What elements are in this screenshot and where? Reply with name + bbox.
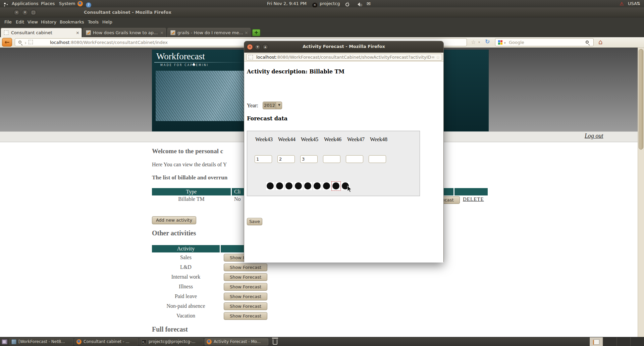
- site-identity-icon[interactable]: [29, 40, 33, 44]
- week44-input[interactable]: [277, 155, 295, 163]
- envelope-icon[interactable]: ✉: [367, 0, 371, 7]
- menu-places[interactable]: Places: [41, 0, 55, 7]
- activity-row-vacation: Vacation: [152, 313, 220, 319]
- window-maximize-button[interactable]: □: [30, 9, 37, 15]
- show-forecast-button-internal-work[interactable]: Show Forecast: [224, 273, 267, 281]
- task-label: Consultant cabinet - ...: [84, 339, 129, 345]
- week45-input[interactable]: [300, 155, 318, 163]
- logout-link[interactable]: Log out: [585, 132, 603, 139]
- ubuntu-logo-icon[interactable]: [4, 3, 6, 4]
- page-scrollbar[interactable]: [638, 48, 644, 337]
- dot-bullet-7[interactable]: [323, 182, 331, 190]
- tab-grails-question-2[interactable]: grails - How do I remove me... ×: [167, 28, 251, 37]
- keyhole-icon[interactable]: [18, 41, 21, 44]
- task-netbeans[interactable]: [WorkForecast - NetB...: [9, 338, 73, 345]
- task-consultant-cabinet[interactable]: Consultant cabinet - ...: [74, 338, 138, 345]
- workspace-1[interactable]: [590, 337, 603, 346]
- menu-history[interactable]: History: [41, 17, 56, 27]
- firefox-launcher-icon[interactable]: [77, 1, 83, 6]
- search-box[interactable]: ▾ Google: [495, 38, 594, 46]
- home-button[interactable]: ⌂: [598, 38, 603, 46]
- menu-file[interactable]: File: [4, 17, 12, 27]
- bookmark-star-icon[interactable]: ☆: [471, 39, 476, 45]
- popup-title: Activity Forecast - Mozilla Firefox: [244, 44, 443, 49]
- save-button[interactable]: Save: [247, 218, 262, 225]
- dot-bullet-5[interactable]: [304, 182, 312, 190]
- back-button[interactable]: ←: [2, 38, 12, 47]
- window-list-icon[interactable]: [2, 339, 7, 344]
- year-label: Year:: [247, 103, 258, 109]
- firefox-titlebar[interactable]: × ▾ □ Consultant cabinet - Mozilla Firef…: [0, 7, 644, 17]
- workspace-4[interactable]: [631, 337, 644, 346]
- workspace-3[interactable]: [617, 337, 631, 346]
- week46-input[interactable]: [323, 155, 340, 163]
- warning-icon[interactable]: ⚠: [620, 0, 624, 7]
- show-forecast-button-non-paid-absence[interactable]: Show Forecast: [224, 302, 267, 310]
- brand-title: Workforecast: [156, 51, 205, 62]
- activity-description-heading: Activity description: Billable TM: [247, 68, 344, 75]
- url-host: localhost: [50, 40, 69, 45]
- tab-close-icon[interactable]: ×: [245, 28, 248, 38]
- new-tab-button[interactable]: +: [252, 29, 260, 36]
- show-forecast-button-illness[interactable]: Show Forecast: [224, 283, 267, 291]
- year-select-value: 2012: [263, 102, 276, 109]
- tab-label: Consultant cabinet: [11, 28, 52, 38]
- task-activity-forecast[interactable]: Activity Forecast - Mo...: [205, 338, 268, 345]
- dot-bullet-2[interactable]: [276, 182, 284, 190]
- top-panel: Applications Places System ? Fri Nov 2, …: [0, 0, 644, 7]
- mouse-cursor: [347, 185, 353, 193]
- menu-tools[interactable]: Tools: [88, 17, 99, 27]
- user-menu[interactable]: projectcg: [320, 0, 340, 7]
- url-dropdown-icon[interactable]: ▾: [478, 40, 480, 44]
- dot-bullet-1[interactable]: [266, 182, 274, 190]
- scrollbar-thumb[interactable]: [639, 49, 643, 150]
- dot-bullet-3[interactable]: [285, 182, 293, 190]
- clock[interactable]: Fri Nov 2, 9:41 PM: [267, 0, 307, 7]
- power-icon[interactable]: [345, 3, 349, 6]
- popup-titlebar[interactable]: × ▾ ▴ Activity Forecast - Mozilla Firefo…: [244, 41, 443, 53]
- week48-input[interactable]: [369, 155, 386, 163]
- network-arrows-icon[interactable]: ⇅: [637, 0, 640, 7]
- menu-bookmarks[interactable]: Bookmarks: [60, 17, 84, 27]
- popup-url-bar[interactable]: localhost:8080/WorkForecast/consultantCa…: [246, 54, 442, 61]
- help-icon[interactable]: ?: [86, 2, 91, 8]
- window-close-button[interactable]: ×: [13, 9, 20, 15]
- delete-link[interactable]: DELETE: [463, 196, 484, 202]
- forecast-data-heading: Forecast data: [247, 115, 287, 122]
- activity-row-paid-leave: Paid leave: [152, 293, 220, 299]
- dot-bullet-6[interactable]: [313, 182, 321, 190]
- show-forecast-button-vacation[interactable]: Show Forecast: [224, 312, 267, 320]
- year-select[interactable]: 2012 ▼: [263, 102, 282, 109]
- messages-icon[interactable]: ×: [312, 3, 317, 8]
- tab-grails-question-1[interactable]: How does Grails know to ap... ×: [83, 28, 166, 37]
- dot-bullet-4[interactable]: [294, 182, 303, 190]
- speaker-icon[interactable]: [356, 2, 360, 6]
- dot-bullet-8-focused[interactable]: [332, 182, 340, 190]
- bottom-taskbar: [WorkForecast - NetB... Consultant cabin…: [0, 337, 644, 346]
- menu-applications[interactable]: Applications: [12, 0, 38, 7]
- show-forecast-button-ld[interactable]: Show Forecast: [224, 264, 267, 271]
- trash-icon[interactable]: [273, 339, 277, 345]
- week47-input[interactable]: [346, 155, 363, 163]
- firefox-menubar: File Edit View History Bookmarks Tools H…: [0, 17, 644, 27]
- window-minimize-button[interactable]: ▾: [22, 9, 28, 15]
- tab-close-icon[interactable]: ×: [160, 28, 164, 38]
- bookmark-star-icon[interactable]: ☆: [436, 55, 440, 60]
- search-icon[interactable]: [586, 41, 589, 44]
- menu-view[interactable]: View: [28, 17, 38, 27]
- stackoverflow-page-icon: [86, 30, 91, 35]
- add-new-activity-button[interactable]: Add new activity: [152, 216, 196, 224]
- menu-edit[interactable]: Edit: [16, 17, 24, 27]
- week43-input[interactable]: [255, 155, 272, 163]
- menu-system[interactable]: System: [59, 0, 75, 7]
- menu-help[interactable]: Help: [102, 17, 112, 27]
- workspace-2[interactable]: [603, 337, 617, 346]
- tab-consultant-cabinet[interactable]: Consultant cabinet ×: [1, 28, 82, 37]
- search-engine-dropdown-icon[interactable]: ▾: [504, 41, 506, 45]
- task-terminal[interactable]: ▸_ projectcg@projectcg-...: [140, 338, 203, 345]
- reload-icon[interactable]: ↻: [485, 38, 490, 45]
- tab-close-icon[interactable]: ×: [76, 28, 79, 38]
- keyboard-layout-indicator[interactable]: USA: [628, 0, 637, 7]
- show-forecast-button-paid-leave[interactable]: Show Forecast: [224, 293, 267, 300]
- site-identity-icon[interactable]: [249, 55, 253, 59]
